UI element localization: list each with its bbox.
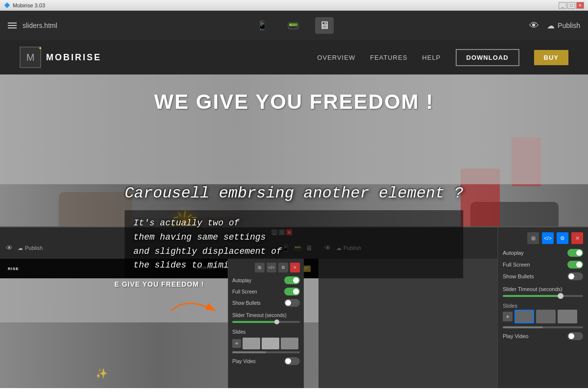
lsp-btn-settings[interactable]: ⚙ bbox=[278, 263, 288, 272]
sp-autoplay-row: Autoplay bbox=[503, 249, 583, 257]
sp-fullscreen-label: Full Screen bbox=[503, 262, 530, 268]
carousel-heading: Carousell embrsing another element ? bbox=[124, 184, 463, 202]
lsp-btn-1[interactable]: ⊞ bbox=[255, 263, 265, 272]
close-button[interactable]: ✕ bbox=[576, 2, 584, 9]
buy-button[interactable]: BUY bbox=[534, 50, 568, 65]
brand: M MOBIRISE bbox=[20, 47, 101, 68]
lsp-timeout-container: Slider Timeout (seconds) bbox=[232, 310, 300, 323]
tablet-device-button[interactable]: 📟 bbox=[283, 18, 303, 33]
sp-scroll-bar[interactable] bbox=[503, 326, 583, 328]
nested-publish-button[interactable]: ☁ Publish bbox=[18, 245, 43, 251]
sp-thumb-1[interactable] bbox=[514, 310, 534, 323]
nested-hero-title: E GIVE YOU FREEDOM ! bbox=[114, 280, 204, 288]
nested-sparkler: ✨ bbox=[96, 368, 108, 379]
lsp-bullets-row: Show Bullets bbox=[232, 299, 300, 307]
hamburger-line bbox=[8, 25, 17, 26]
lsp-autoplay-row: Autoplay bbox=[232, 276, 300, 284]
lsp-slides-label: Slides bbox=[232, 329, 245, 335]
sp-btn-delete[interactable]: ✕ bbox=[571, 232, 583, 244]
site-nav: M MOBIRISE OVERVIEW FEATURES HELP DOWNLO… bbox=[0, 40, 588, 74]
mobile-device-button[interactable]: 📱 bbox=[253, 18, 271, 33]
sp-btn-settings[interactable]: ⚙ bbox=[557, 232, 568, 244]
lsp-timeout-track[interactable] bbox=[232, 321, 300, 323]
sp-add-slide-btn[interactable]: + bbox=[503, 312, 513, 321]
nav-help[interactable]: HELP bbox=[422, 54, 441, 61]
sp-btn-2[interactable]: </> bbox=[542, 232, 554, 244]
nested-brand: RISE bbox=[8, 267, 19, 271]
left-settings-panel: ⊞ </> ⚙ ✕ Autoplay Full Screen Show bbox=[228, 259, 304, 388]
lsp-thumb-3[interactable] bbox=[281, 338, 298, 349]
lsp-bullets-label: Show Bullets bbox=[232, 300, 261, 306]
sp-autoplay-label: Autoplay bbox=[503, 250, 524, 256]
maximize-button[interactable]: □ bbox=[567, 2, 575, 9]
sp-slides-section: Slides + bbox=[503, 301, 583, 328]
website-preview: M MOBIRISE OVERVIEW FEATURES HELP DOWNLO… bbox=[0, 40, 588, 392]
file-name: sliders.html bbox=[23, 22, 57, 29]
sp-video-toggle[interactable] bbox=[567, 332, 583, 340]
desktop-device-button[interactable]: 🖥 bbox=[315, 17, 334, 34]
sp-slides-row: + bbox=[503, 310, 583, 323]
publish-label: Publish bbox=[558, 22, 580, 29]
nav-overview[interactable]: OVERVIEW bbox=[317, 54, 355, 61]
lsp-video-toggle[interactable] bbox=[284, 357, 300, 365]
sp-thumb-2[interactable] bbox=[536, 310, 556, 323]
sp-fullscreen-toggle[interactable] bbox=[567, 261, 583, 269]
lsp-timeout-thumb[interactable] bbox=[274, 319, 279, 324]
lsp-slides-area: Slides + bbox=[232, 327, 300, 353]
nested-publish-label: Publish bbox=[25, 245, 43, 251]
sp-video-label: Play Video bbox=[503, 333, 528, 339]
brand-logo: M bbox=[20, 47, 41, 68]
preview-button[interactable]: 👁 bbox=[529, 20, 539, 31]
sp-timeout-label: Slider Timeout (seconds) bbox=[503, 286, 563, 292]
lsp-fullscreen-label: Full Screen bbox=[232, 289, 257, 294]
brand-name: MOBIRISE bbox=[46, 52, 101, 63]
menu-button[interactable] bbox=[8, 23, 17, 28]
lsp-slides-row: + bbox=[232, 338, 300, 349]
sp-bullets-label: Show Bullets bbox=[503, 273, 534, 279]
lsp-scroll[interactable] bbox=[232, 351, 300, 353]
lsp-timeout-fill bbox=[232, 321, 276, 323]
sp-timeout-track[interactable] bbox=[503, 295, 583, 297]
minimize-button[interactable]: _ bbox=[559, 2, 566, 9]
sp-timeout-thumb[interactable] bbox=[558, 293, 564, 299]
sp-toolbar: ⊞ </> ⚙ ✕ bbox=[503, 232, 583, 244]
sp-slides-label: Slides bbox=[503, 303, 517, 309]
sp-thumb-3[interactable] bbox=[558, 310, 577, 323]
title-bar: 🔷 Mobirise 3.03 _ □ ✕ bbox=[0, 0, 588, 11]
lsp-btn-delete[interactable]: ✕ bbox=[290, 263, 300, 272]
lsp-video-label: Play Video bbox=[232, 359, 256, 364]
app-toolbar: sliders.html 📱 📟 🖥 👁 ☁ Publish bbox=[0, 11, 588, 40]
nested-cloud-icon: ☁ bbox=[18, 245, 23, 251]
sp-scroll-fill bbox=[503, 326, 543, 328]
app-title: Mobirise 3.03 bbox=[13, 2, 45, 8]
main-content: M MOBIRISE OVERVIEW FEATURES HELP DOWNLO… bbox=[0, 40, 588, 392]
toolbar-right: 👁 ☁ Publish bbox=[529, 20, 580, 31]
cloud-icon: ☁ bbox=[547, 21, 555, 30]
app-icon: 🔷 bbox=[4, 2, 10, 8]
publish-button[interactable]: ☁ Publish bbox=[547, 21, 580, 30]
sp-bullets-toggle[interactable] bbox=[567, 272, 583, 280]
lsp-toolbar: ⊞ </> ⚙ ✕ bbox=[232, 263, 300, 272]
lsp-fullscreen-toggle[interactable] bbox=[284, 288, 300, 295]
download-button[interactable]: DOWNLOAD bbox=[456, 49, 519, 66]
nav-features[interactable]: FEATURES bbox=[370, 54, 407, 61]
lsp-thumb-2[interactable] bbox=[262, 338, 279, 349]
sp-video-row: Play Video bbox=[503, 332, 583, 340]
sp-autoplay-toggle[interactable] bbox=[567, 249, 583, 257]
window-controls[interactable]: _ □ ✕ bbox=[559, 2, 584, 9]
hamburger-line bbox=[8, 27, 17, 28]
hero-slider: WE GIVE YOU FREEDOM ! Carousell embrsing… bbox=[0, 74, 588, 388]
toolbar-center: 📱 📟 🖥 bbox=[253, 17, 334, 34]
lsp-btn-2[interactable]: </> bbox=[267, 263, 276, 272]
sp-btn-1[interactable]: ⊞ bbox=[527, 232, 539, 244]
hero-title: WE GIVE YOU FREEDOM ! bbox=[154, 90, 434, 114]
lsp-add-slide-btn[interactable]: + bbox=[232, 339, 241, 348]
lsp-autoplay-toggle[interactable] bbox=[284, 276, 300, 284]
lsp-thumb-1[interactable] bbox=[243, 338, 260, 349]
sp-timeout-fill bbox=[503, 295, 559, 297]
title-left: 🔷 Mobirise 3.03 bbox=[4, 2, 45, 8]
lsp-bullets-toggle[interactable] bbox=[284, 299, 300, 307]
settings-panel: ⊞ </> ⚙ ✕ Autoplay Full Screen Show bbox=[497, 227, 588, 388]
lsp-fullscreen-row: Full Screen bbox=[232, 288, 300, 295]
nested-preview-icon[interactable]: 👁 bbox=[6, 244, 13, 252]
